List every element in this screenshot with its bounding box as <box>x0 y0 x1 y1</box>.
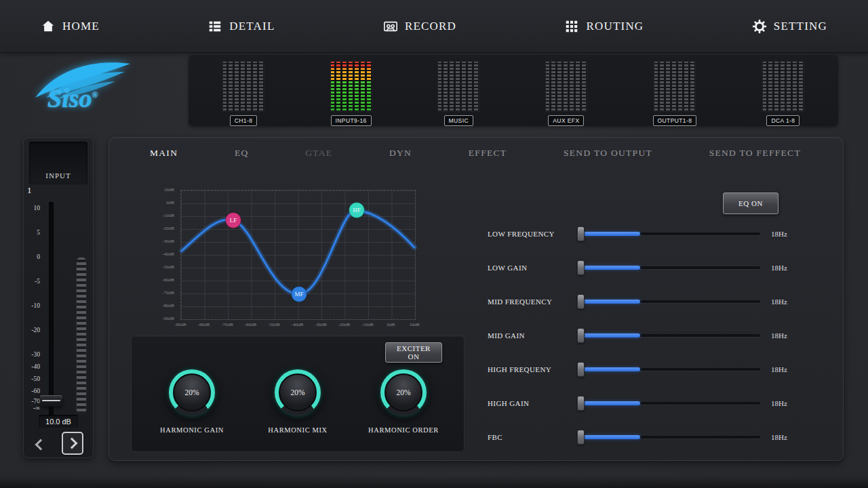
logo-registered-mark: ® <box>92 90 98 100</box>
nav-label: SETTING <box>774 20 827 33</box>
nav-label: RECORD <box>405 20 456 33</box>
prev-channel-button[interactable] <box>32 434 50 455</box>
svg-text:HF: HF <box>353 207 361 214</box>
param-label: FBC <box>488 433 577 441</box>
logo-text: Siso® <box>47 85 98 111</box>
slider-handle[interactable] <box>577 294 585 309</box>
nav-bar: HOME DETAIL RECORD <box>0 0 868 53</box>
param-value: 18Hz <box>771 399 787 407</box>
meter-label: DCA 1-8 <box>766 115 800 126</box>
bottom-shade <box>0 476 868 488</box>
eq-node-hf[interactable]: HF <box>349 203 365 218</box>
eq-ylabels: 10dB0dB-10dB-20dB-30dB-40dB-50dB-60dB-70… <box>149 190 177 319</box>
param-row-high-frequeny: HIGH FREQUENY18Hz <box>488 352 830 386</box>
svg-text:MF: MF <box>294 291 303 298</box>
fader-panel: INPUT 1 1050-5-10-20-30-40-50-60-70-∞ 10… <box>23 137 94 458</box>
slider-fill <box>583 333 640 338</box>
param-row-mid-frequency: MID FREQUENCY18Hz <box>488 285 830 319</box>
meter-music[interactable]: MUSIC <box>437 61 479 126</box>
param-slider[interactable] <box>577 260 760 275</box>
slider-handle[interactable] <box>577 362 585 377</box>
knob-harmonic-mix: 20%HARMONIC MIX <box>247 366 349 434</box>
param-row-fbc: FBC18Hz <box>488 420 830 454</box>
meter-label: AUX EFX <box>548 115 584 126</box>
knob-dial[interactable]: 20% <box>271 366 324 419</box>
led-meter <box>222 61 264 112</box>
eq-x-label: -90dB <box>174 322 186 327</box>
app-root: HOME DETAIL RECORD <box>0 0 868 488</box>
param-slider[interactable] <box>577 226 760 241</box>
eq-node-lf[interactable]: LF <box>226 213 241 228</box>
fader-handle[interactable] <box>40 395 62 407</box>
eq-on-button[interactable]: EQ ON <box>723 192 778 214</box>
meter-aux-efx[interactable]: AUX EFX <box>545 61 587 126</box>
next-channel-button[interactable] <box>62 432 83 455</box>
knob-row: 20%HARMONIC GAIN20%HARMONIC MIX20%HARMON… <box>141 366 454 434</box>
param-slider[interactable] <box>577 362 760 377</box>
tab-eq[interactable]: EQ <box>235 148 249 159</box>
slider-handle[interactable] <box>577 328 585 343</box>
slider-handle[interactable] <box>577 430 585 445</box>
nav-label: DETAIL <box>229 20 275 33</box>
meter-ch1-8[interactable]: CH1-8 <box>222 61 264 126</box>
eq-x-label: 10dB <box>409 322 419 327</box>
param-slider[interactable] <box>577 294 760 309</box>
tab-main[interactable]: MAIN <box>150 148 178 159</box>
nav-item-home[interactable]: HOME <box>41 19 100 34</box>
eq-node-mf[interactable]: MF <box>292 287 307 302</box>
param-slider[interactable] <box>577 396 760 411</box>
knob-dial[interactable]: 20% <box>165 366 218 419</box>
exciter-on-button[interactable]: EXCITER ON <box>385 342 442 363</box>
knob-value: 20% <box>173 373 211 411</box>
eq-y-label: 10dB <box>149 187 174 192</box>
tab-send-to-feffect[interactable]: SEND TO FEFFECT <box>709 148 801 159</box>
slider-fill <box>583 232 640 236</box>
exciter-panel: EXCITER ON 20%HARMONIC GAIN20%HARMONIC M… <box>131 336 465 452</box>
eq-y-label: -20dB <box>149 226 174 231</box>
tab-dyn[interactable]: DYN <box>389 148 412 159</box>
knob-dial[interactable]: 20% <box>377 366 430 419</box>
meter-dca-1-8[interactable]: DCA 1-8 <box>762 61 804 126</box>
param-label: HIGH GAIN <box>488 399 577 407</box>
param-slider[interactable] <box>577 328 760 343</box>
slider-handle[interactable] <box>577 260 585 275</box>
eq-x-label: -70dB <box>221 322 233 327</box>
param-label: LOW FREQUENCY <box>488 230 577 238</box>
tab-send-to-output[interactable]: SEND TO OUTPUT <box>564 148 652 159</box>
logo-wordmark: Siso <box>47 84 92 113</box>
eq-y-label: -90dB <box>149 316 174 321</box>
meter-output1-8[interactable]: OUTPUT1-8 <box>653 61 697 126</box>
param-slider[interactable] <box>577 430 760 445</box>
eq-y-label: -70dB <box>149 290 174 296</box>
nav-item-detail[interactable]: DETAIL <box>208 19 275 34</box>
slider-handle[interactable] <box>577 226 585 241</box>
fader-scale-label: -30 <box>24 351 40 358</box>
fader-value: 10.0 dB <box>39 415 78 428</box>
eq-curve: LFMFHF <box>180 190 414 319</box>
fader-scale-label: 10 <box>24 205 40 211</box>
knob-harmonic-order: 20%HARMONIC ORDER <box>353 366 454 434</box>
fader-handle-line <box>42 400 60 401</box>
tab-effect[interactable]: EFFECT <box>469 148 507 159</box>
fader-scale-label: -10 <box>24 302 40 309</box>
eq-y-label: -10dB <box>149 213 174 218</box>
param-value: 18Hz <box>771 298 787 306</box>
home-icon <box>41 19 56 34</box>
param-value: 18Hz <box>771 433 787 441</box>
eq-curve-line <box>182 210 414 294</box>
knob-label: HARMONIC GAIN <box>160 426 224 434</box>
fader-track[interactable] <box>49 202 54 418</box>
fader-title: INPUT <box>45 171 71 180</box>
nav-item-routing[interactable]: ROUTING <box>564 19 644 34</box>
meter-strip: CH1-8INPUT9-16MUSICAUX EFXOUTPUT1-8DCA 1… <box>189 54 838 126</box>
fader-led-strip <box>76 257 87 414</box>
param-row-mid-gain: MID GAIN18Hz <box>488 319 830 352</box>
meter-input9-16[interactable]: INPUT9-16 <box>330 61 372 126</box>
nav-item-setting[interactable]: SETTING <box>752 19 827 34</box>
slider-handle[interactable] <box>577 396 585 411</box>
nav-item-record[interactable]: RECORD <box>383 19 456 34</box>
param-label: MID FREQUENCY <box>488 298 577 306</box>
tab-gtae[interactable]: GTAE <box>305 148 332 159</box>
param-row-high-gain: HIGH GAIN18Hz <box>488 386 830 420</box>
nav-label: ROUTING <box>586 20 644 33</box>
